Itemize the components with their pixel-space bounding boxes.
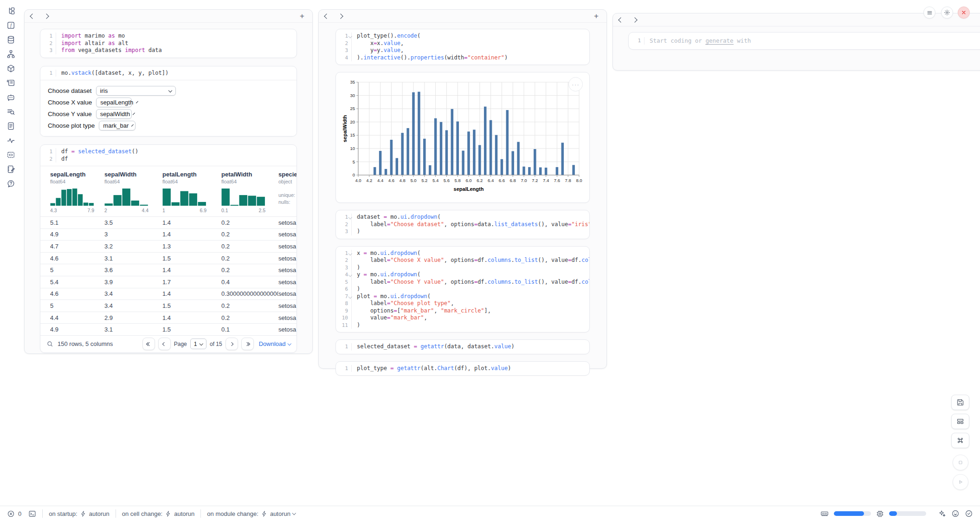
code-line[interactable]: 3 y=y.value, xyxy=(336,47,589,54)
close-button[interactable] xyxy=(958,7,970,19)
code-cell-plot-type[interactable]: 1plot_type = getattr(alt.Chart(df), plot… xyxy=(335,361,590,376)
code-line[interactable]: 1dataset = mo.ui.dropdown( xyxy=(336,214,589,221)
empty-code-cell[interactable]: 1 Start coding or generate with xyxy=(628,32,980,50)
panel-nav-forward-icon[interactable] xyxy=(632,17,637,22)
sidebar-item-variables[interactable]: f xyxy=(5,20,17,30)
panel-nav-back-icon[interactable] xyxy=(30,13,35,19)
code-cell-selected-dataset[interactable]: 1selected_dataset = getattr(data, datase… xyxy=(335,339,590,354)
code-line[interactable]: 3from vega_datasets import data xyxy=(40,47,297,54)
code-cell-imports[interactable]: 1import marimo as mo2import altair as al… xyxy=(40,29,297,58)
download-button[interactable]: Download xyxy=(259,340,290,347)
code-cell-vstack[interactable]: 1mo.vstack([dataset, x, y, plot]) Choose… xyxy=(40,66,297,137)
next-page-button[interactable] xyxy=(226,338,238,350)
code-line[interactable]: 4).interactive().properties(width="conta… xyxy=(336,54,589,62)
sidebar-item-documentation[interactable] xyxy=(5,78,17,88)
ai-assist-button[interactable] xyxy=(938,509,946,518)
sidebar-item-logs[interactable] xyxy=(5,106,17,117)
code-line[interactable]: 1mo.vstack([dataset, x, y, plot]) xyxy=(40,70,297,77)
code-line[interactable]: 5 label="Choose Y value", options=df.col… xyxy=(336,279,589,286)
table-row[interactable]: 4.63.11.50.2setosa xyxy=(40,252,297,264)
panel-nav-back-icon[interactable] xyxy=(324,13,329,19)
code-line[interactable]: 2 label="Choose X value", options=df.col… xyxy=(336,257,589,264)
code-cell-df[interactable]: 1df = selected_dataset()2df sepalLengthf… xyxy=(40,144,297,353)
panel-nav-forward-icon[interactable] xyxy=(338,13,343,19)
table-row[interactable]: 53.61.40.2setosa xyxy=(40,264,297,276)
add-cell-button[interactable] xyxy=(592,12,600,20)
last-page-button[interactable] xyxy=(241,338,254,350)
connection-status-button[interactable] xyxy=(965,509,973,518)
column-header-species[interactable]: speciesobjectunique:nulls: xyxy=(278,171,297,216)
run-button[interactable] xyxy=(953,474,968,490)
errors-button[interactable] xyxy=(7,510,15,518)
table-row[interactable]: 4.63.41.40.30000000000000004setosa xyxy=(40,288,297,300)
sidebar-item-file-explorer[interactable] xyxy=(5,6,17,16)
terminal-button[interactable] xyxy=(28,510,36,518)
panel-nav-forward-icon[interactable] xyxy=(44,13,49,19)
fold-chevron-icon[interactable] xyxy=(348,294,352,298)
sidebar-item-snippets[interactable] xyxy=(5,150,17,160)
first-page-button[interactable] xyxy=(142,338,155,350)
code-editor[interactable]: 1import marimo as mo2import altair as al… xyxy=(40,29,297,58)
layout-button[interactable] xyxy=(951,414,969,429)
sidebar-item-ai-chat[interactable] xyxy=(5,92,17,102)
code-editor[interactable]: 1x = mo.ui.dropdown(2 label="Choose X va… xyxy=(336,247,589,332)
code-cell-xyplot[interactable]: 1x = mo.ui.dropdown(2 label="Choose X va… xyxy=(335,246,590,333)
code-line[interactable]: 7plot = mo.ui.dropdown( xyxy=(336,293,589,300)
code-editor[interactable]: 1plot_type().encode(2 x=x.value,3 y=y.va… xyxy=(336,29,589,65)
table-row[interactable]: 5.43.91.70.4setosa xyxy=(40,276,297,288)
code-line[interactable]: 2 label="Choose dataset", options=data.l… xyxy=(336,221,589,228)
table-row[interactable]: 4.73.21.30.2setosa xyxy=(40,240,297,252)
sidebar-item-dependencies[interactable] xyxy=(5,49,17,59)
code-line[interactable]: 1import marimo as mo xyxy=(40,33,297,40)
panel-nav-back-icon[interactable] xyxy=(618,17,623,22)
table-row[interactable]: 5.13.51.40.2setosa xyxy=(40,216,297,228)
table-row[interactable]: 4.931.40.2setosa xyxy=(40,228,297,241)
dropdown-choose-dataset[interactable]: iris xyxy=(96,86,176,96)
bar-chart[interactable]: 4.04.24.44.64.85.05.25.45.65.86.06.26.46… xyxy=(342,78,584,196)
table-row[interactable]: 4.42.91.40.2setosa xyxy=(40,312,297,324)
code-editor[interactable]: 1selected_dataset = getattr(data, datase… xyxy=(336,340,589,354)
chart-menu-button[interactable] xyxy=(568,77,583,91)
settings-button[interactable] xyxy=(941,7,953,19)
column-header-sepalLength[interactable]: sepalLengthfloat644.37.9 xyxy=(50,171,104,216)
table-row[interactable]: 53.41.50.2setosa xyxy=(40,300,297,312)
code-editor[interactable]: 1plot_type = getattr(alt.Chart(df), plot… xyxy=(336,362,589,376)
dropdown-choose-plot-type[interactable]: mark_bar xyxy=(99,121,135,130)
keyboard-shortcuts-button[interactable] xyxy=(951,433,969,448)
code-line[interactable]: 3) xyxy=(336,264,589,272)
fold-chevron-icon[interactable] xyxy=(348,215,352,219)
code-line[interactable]: 10 value="mark_bar", xyxy=(336,314,589,322)
code-line[interactable]: 1df = selected_dataset() xyxy=(40,148,297,156)
code-line[interactable]: 1plot_type().encode( xyxy=(336,33,589,40)
runtime-setting-2[interactable]: on cell change:autorun xyxy=(122,510,195,517)
page-select[interactable]: 1 xyxy=(190,339,206,349)
editor-placeholder[interactable]: Start coding or generate with xyxy=(645,37,751,45)
code-line[interactable]: 9 options=["mark_bar", "mark_circle"], xyxy=(336,307,589,315)
code-line[interactable]: 6) xyxy=(336,286,589,293)
sidebar-item-tracing[interactable] xyxy=(5,135,17,145)
code-line[interactable]: 11) xyxy=(336,322,589,329)
stop-button[interactable] xyxy=(953,455,968,470)
code-editor[interactable]: 1mo.vstack([dataset, x, y, plot]) xyxy=(40,66,297,80)
code-editor[interactable]: 1df = selected_dataset()2df xyxy=(40,145,297,166)
code-editor[interactable]: 1dataset = mo.ui.dropdown(2 label="Choos… xyxy=(336,210,589,239)
column-header-petalLength[interactable]: petalLengthfloat6416.9 xyxy=(162,171,221,216)
dropdown-choose-y-value[interactable]: sepalWidth xyxy=(96,109,132,119)
add-cell-button[interactable] xyxy=(298,12,306,20)
code-line[interactable]: 1x = mo.ui.dropdown( xyxy=(336,250,589,257)
sidebar-item-scratchpad[interactable] xyxy=(5,164,17,174)
sidebar-item-packages[interactable] xyxy=(5,63,17,73)
code-line[interactable]: 2import altair as alt xyxy=(40,40,297,47)
code-line[interactable]: 3) xyxy=(336,228,589,235)
sidebar-item-help[interactable] xyxy=(5,178,17,189)
fold-chevron-icon[interactable] xyxy=(348,34,352,38)
code-line[interactable]: 8 label="Choose plot type", xyxy=(336,300,589,307)
code-line[interactable]: 4y = mo.ui.dropdown( xyxy=(336,271,589,279)
prev-page-button[interactable] xyxy=(158,338,171,350)
column-header-petalWidth[interactable]: petalWidthfloat640.12.5 xyxy=(221,171,278,216)
menu-button[interactable] xyxy=(923,7,935,19)
runtime-setting-3[interactable]: on module change:autorun xyxy=(207,510,295,517)
save-button[interactable] xyxy=(951,395,969,410)
code-line[interactable]: 2 x=x.value, xyxy=(336,40,589,47)
code-line[interactable]: 2df xyxy=(40,156,297,163)
